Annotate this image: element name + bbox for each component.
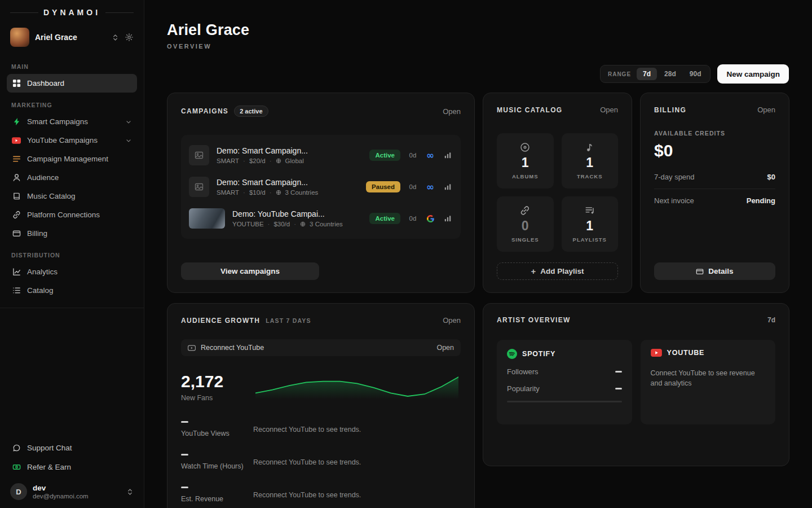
add-playlist-button[interactable]: + Add Playlist [497, 262, 618, 280]
refer-earn-link[interactable]: Refer & Earn [7, 457, 137, 476]
sidebar-footer: Support Chat Refer & Earn D dev dev@dyna… [7, 438, 137, 501]
support-chat-link[interactable]: Support Chat [7, 438, 137, 457]
spend-label: 7-day spend [654, 173, 695, 181]
music-catalog-header: MUSIC CATALOG Open [497, 106, 618, 114]
campaign-age: 0d [408, 183, 418, 190]
banknote-icon [12, 462, 21, 471]
status-badge: Active [369, 150, 400, 161]
stat-tile-albums[interactable]: 1 ALBUMS [497, 133, 554, 189]
metric-row-est-revenue: Est. Revenue Reconnect YouTube to see tr… [181, 484, 461, 508]
sidebar-item-label: YouTube Campaigns [27, 136, 98, 144]
logo-line-left [10, 12, 38, 13]
campaign-stats-icon[interactable] [443, 183, 453, 191]
campaign-name: Demo: Smart Campaign... [217, 178, 359, 187]
music-catalog-card: MUSIC CATALOG Open 1 ALBUMS 1 TRACKS 0 S [483, 93, 632, 293]
audience-growth-title: AUDIENCE GROWTH [181, 317, 260, 325]
billing-details-button[interactable]: Details [654, 262, 775, 280]
sidebar-item-smart-campaigns[interactable]: Smart Campaigns [7, 112, 137, 131]
sidebar-item-platform-connections[interactable]: Platform Connections [7, 205, 137, 224]
stat-label: SINGLES [511, 237, 539, 243]
reconnect-youtube-banner[interactable]: Reconnect YouTube Open [181, 339, 461, 356]
sidebar-item-analytics[interactable]: Analytics [7, 262, 137, 281]
metric-row-watch-time: Watch Time (Hours) Reconnect YouTube to … [181, 452, 461, 484]
gear-icon[interactable] [125, 33, 134, 42]
sidebar: DYNAMOI Ariel Grace MAIN Dashboard MARKE… [0, 0, 144, 508]
range-90d[interactable]: 90d [683, 68, 708, 80]
metric-note: Reconnect YouTube to see trends. [253, 484, 361, 499]
artist-overview-header: ARTIST OVERVIEW 7d [497, 316, 775, 324]
invoice-label: Next invoice [654, 196, 694, 205]
campaign-budget: $10/d [249, 189, 266, 196]
metric-note: Reconnect YouTube to see trends. [253, 452, 361, 466]
campaign-stats-icon[interactable] [443, 214, 453, 222]
campaign-row[interactable]: Demo: Smart Campaign... SMART $20/d Glob… [189, 139, 453, 171]
spend-row: 7-day spend $0 [654, 173, 775, 189]
sidebar-item-audience[interactable]: Audience [7, 168, 137, 187]
billing-open-link[interactable]: Open [757, 106, 775, 114]
dashboard-icon [12, 79, 21, 88]
audience-growth-subtitle: LAST 7 DAYS [266, 317, 311, 324]
stat-value: 1 [522, 155, 529, 170]
metric-label: Watch Time (Hours) [181, 462, 253, 470]
user-switch-icon [126, 488, 134, 496]
artist-overview-range: 7d [767, 316, 775, 324]
campaign-age: 0d [408, 215, 418, 222]
meta-separator [268, 221, 270, 227]
campaign-meta: SMART $10/d 3 Countries [217, 189, 359, 196]
user-meta: dev dev@dynamoi.com [33, 484, 121, 500]
artist-selector[interactable]: Ariel Grace [7, 24, 137, 51]
chevron-down-icon [125, 137, 132, 144]
sidebar-item-campaign-management[interactable]: Campaign Management [7, 150, 137, 168]
sidebar-item-label: Audience [27, 173, 59, 182]
campaign-stats-icon[interactable] [443, 151, 453, 159]
view-campaigns-button[interactable]: View campaigns [181, 262, 319, 280]
empty-value-dash [181, 421, 188, 423]
campaigns-open-link[interactable]: Open [443, 107, 461, 116]
sidebar-item-billing[interactable]: Billing [7, 224, 137, 243]
sidebar-item-label: Smart Campaigns [27, 117, 88, 126]
range-7d[interactable]: 7d [637, 68, 657, 80]
credit-card-icon [12, 229, 21, 238]
sidebar-item-music-catalog[interactable]: Music Catalog [7, 187, 137, 205]
stat-label: TRACKS [577, 173, 603, 179]
artist-selector-name: Ariel Grace [35, 33, 106, 42]
artist-switch-icon[interactable] [112, 34, 119, 41]
list-icon [12, 286, 21, 295]
main-content: Ariel Grace OVERVIEW RANGE 7d 28d 90d Ne… [144, 0, 812, 508]
spotify-title: SPOTIFY [522, 350, 555, 358]
meta-separator [243, 189, 245, 196]
youtube-title: YOUTUBE [667, 349, 705, 357]
range-28d[interactable]: 28d [658, 68, 682, 80]
sidebar-item-youtube-campaigns[interactable]: YouTube Campaigns [7, 131, 137, 150]
billing-title: BILLING [654, 106, 686, 114]
campaign-meta: YOUTUBE $30/d 3 Countries [232, 221, 362, 227]
sidebar-item-catalog[interactable]: Catalog [7, 281, 137, 300]
audience-growth-open-link[interactable]: Open [443, 316, 461, 325]
metric-left: YouTube Views [181, 419, 253, 437]
billing-header: BILLING Open [654, 106, 775, 114]
section-label-main: MAIN [11, 63, 133, 70]
youtube-icon [12, 136, 21, 145]
link-icon [12, 211, 21, 220]
reconnect-open-link[interactable]: Open [436, 344, 454, 352]
empty-value-dash [615, 371, 622, 373]
sidebar-item-dashboard[interactable]: Dashboard [7, 74, 137, 93]
sidebar-item-label: Billing [27, 229, 47, 238]
campaign-info: Demo: Smart Campaign... SMART $10/d 3 Co… [217, 178, 359, 196]
campaign-scope: 3 Countries [285, 189, 319, 196]
campaign-row[interactable]: Demo: YouTube Campai... YOUTUBE $30/d 3 … [189, 203, 453, 234]
campaign-row[interactable]: Demo: Smart Campaign... SMART $10/d 3 Co… [189, 171, 453, 203]
toolbar: RANGE 7d 28d 90d New campaign [167, 64, 789, 84]
stat-tile-tracks[interactable]: 1 TRACKS [562, 133, 619, 189]
music-catalog-open-link[interactable]: Open [600, 106, 618, 114]
user-menu[interactable]: D dev dev@dynamoi.com [7, 476, 137, 501]
stat-tile-playlists[interactable]: 1 PLAYLISTS [562, 196, 619, 252]
meta-icon: ∞ [425, 182, 435, 192]
new-campaign-button[interactable]: New campaign [717, 64, 789, 84]
stat-tile-singles[interactable]: 0 SINGLES [497, 196, 554, 252]
status-badge: Paused [366, 181, 400, 192]
single-link-icon [520, 205, 530, 216]
campaign-age: 0d [408, 152, 418, 159]
range-label: RANGE [608, 71, 631, 77]
campaign-thumbnail [189, 145, 209, 165]
